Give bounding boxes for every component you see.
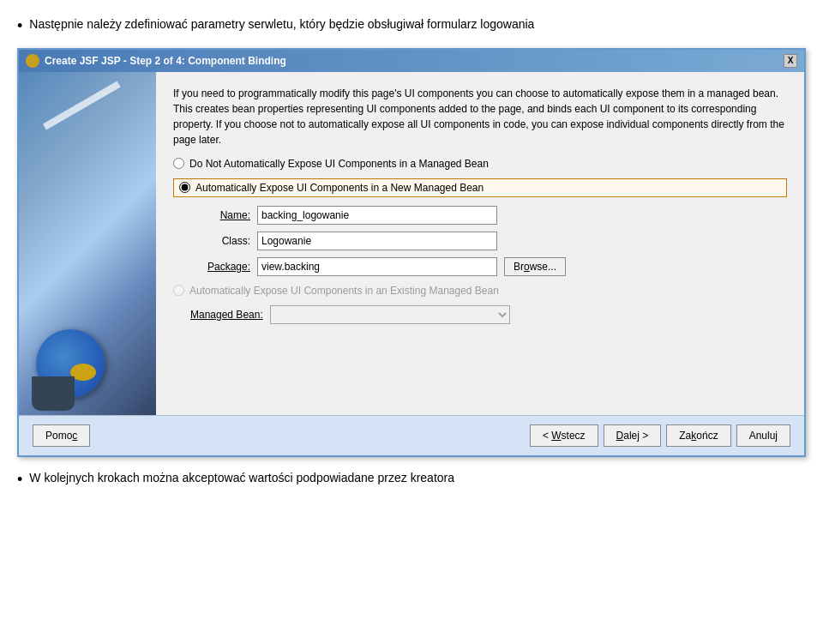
- finish-button[interactable]: Zakończ: [666, 424, 730, 447]
- form-section: Name: Class: Package:: [190, 206, 787, 276]
- next-button[interactable]: Dalej >: [604, 424, 662, 447]
- dialog-icon: [26, 54, 39, 68]
- close-button[interactable]: X: [784, 54, 797, 68]
- cup-decoration: [32, 376, 75, 411]
- footer-right: < Wstecz Dalej > Zakończ Anuluj: [530, 424, 790, 447]
- browse-button[interactable]: Browse...: [504, 257, 566, 276]
- class-input[interactable]: [257, 232, 497, 250]
- top-bullet-text: Następnie należy zdefiniować parametry s…: [29, 17, 534, 31]
- page-content: • Następnie należy zdefiniować parametry…: [17, 17, 806, 489]
- next-label: Dalej >: [616, 430, 649, 442]
- bottom-bullet-item: • W kolejnych krokach można akceptować w…: [17, 471, 806, 490]
- cancel-button[interactable]: Anuluj: [736, 424, 790, 447]
- name-row: Name:: [190, 206, 787, 225]
- package-label: Package:: [190, 261, 250, 273]
- titlebar-left: Create JSF JSP - Step 2 of 4: Component …: [26, 54, 286, 68]
- radio-option1-label: Do Not Automatically Expose UI Component…: [189, 158, 489, 170]
- back-button[interactable]: < Wstecz: [530, 424, 598, 447]
- package-input[interactable]: [257, 257, 497, 276]
- footer-left: Pomoc: [33, 424, 90, 447]
- bottom-bullet-icon: •: [17, 471, 22, 490]
- finish-label: Zakończ: [679, 430, 718, 442]
- top-bullet-item: • Następnie należy zdefiniować parametry…: [17, 17, 806, 36]
- radio-option1[interactable]: [173, 158, 184, 169]
- managed-bean-select[interactable]: [270, 305, 510, 324]
- radio-option1-row: Do Not Automatically Expose UI Component…: [173, 158, 787, 170]
- name-input[interactable]: [257, 206, 497, 225]
- dialog-window: Create JSF JSP - Step 2 of 4: Component …: [17, 48, 806, 457]
- dialog-titlebar: Create JSF JSP - Step 2 of 4: Component …: [19, 50, 804, 72]
- description-text: If you need to programmatically modify t…: [173, 86, 787, 147]
- radio-option3[interactable]: [173, 285, 184, 296]
- cancel-label: Anuluj: [749, 430, 778, 442]
- bottom-bullet-text: W kolejnych krokach można akceptować war…: [29, 471, 454, 485]
- radio-option2-label: Automatically Expose UI Components in a …: [195, 182, 484, 194]
- dialog-right-panel: If you need to programmatically modify t…: [156, 72, 804, 415]
- bullet-icon: •: [17, 17, 22, 36]
- managed-bean-row: Managed Bean:: [173, 305, 787, 324]
- back-label: < Wstecz: [543, 430, 586, 442]
- dialog-image-panel: [19, 72, 156, 415]
- package-row: Package: Browse...: [190, 257, 787, 276]
- help-button[interactable]: Pomoc: [33, 424, 90, 447]
- dialog-body: If you need to programmatically modify t…: [19, 72, 804, 415]
- dialog-title: Create JSF JSP - Step 2 of 4: Component …: [45, 55, 286, 67]
- radio-option2-row: Automatically Expose UI Components in a …: [173, 178, 787, 197]
- browse-label: Browse...: [514, 261, 556, 273]
- managed-bean-label: Managed Bean:: [190, 309, 263, 321]
- dialog-footer: Pomoc < Wstecz Dalej > Zakończ Anuluj: [19, 415, 804, 455]
- radio-section: Do Not Automatically Expose UI Component…: [173, 158, 787, 324]
- help-label: Pomoc: [45, 430, 77, 442]
- radio-option2[interactable]: [179, 182, 190, 193]
- radio-option3-row: Automatically Expose UI Components in an…: [173, 285, 787, 297]
- wand-decoration: [43, 81, 121, 129]
- name-label: Name:: [190, 209, 250, 221]
- class-row: Class:: [190, 232, 787, 250]
- radio-option3-label: Automatically Expose UI Components in an…: [189, 285, 499, 297]
- class-label: Class:: [190, 235, 250, 247]
